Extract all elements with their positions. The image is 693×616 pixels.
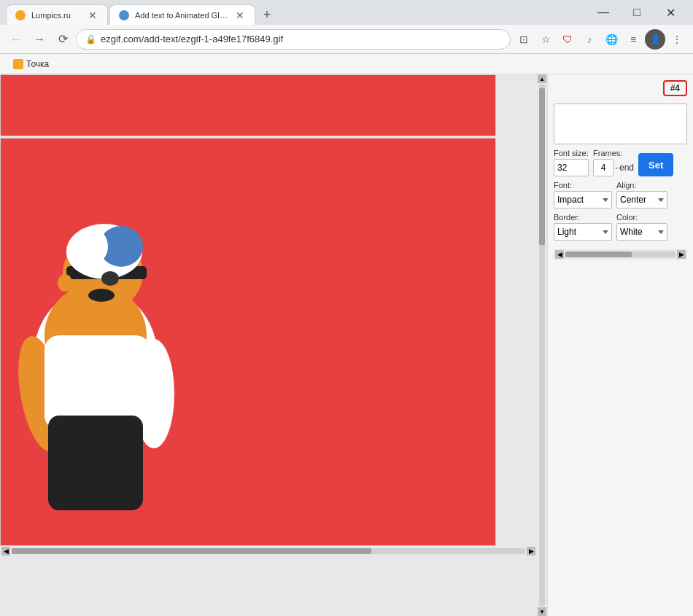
scroll-right-button[interactable]: ▶: [527, 547, 535, 555]
tab1-favicon: [15, 10, 26, 20]
set-button[interactable]: Set: [638, 153, 673, 176]
frame-top: [0, 74, 496, 136]
svg-point-7: [58, 274, 72, 292]
extensions-button[interactable]: ≡: [623, 29, 643, 50]
tab-ezgif[interactable]: Add text to Animated GIFs - gif-... ✕: [109, 4, 255, 25]
right-panel-scrollbar[interactable]: ◀ ▶: [554, 249, 687, 260]
svg-point-9: [101, 271, 119, 286]
bookmark-tochka-label: Точка: [26, 59, 49, 69]
reload-button[interactable]: ⟳: [53, 29, 73, 50]
frames-label: Frames:: [593, 149, 634, 157]
v-scroll-thumb[interactable]: [539, 88, 545, 245]
scroll-left-button[interactable]: ◀: [1, 547, 10, 555]
frames-row: - end: [593, 159, 634, 176]
lock-icon: 🔒: [85, 34, 96, 44]
vertical-scrollbar[interactable]: ▲ ▼: [537, 74, 547, 616]
menu-button[interactable]: ⋮: [667, 29, 687, 50]
border-label: Border:: [554, 213, 612, 222]
navigation-toolbar: ← → ⟳ 🔒 ezgif.com/add-text/ezgif-1-a49fe…: [0, 25, 693, 54]
profile-button[interactable]: 👤: [645, 29, 665, 50]
color-select[interactable]: White Black Red Blue: [616, 223, 667, 241]
scroll-up-button[interactable]: ▲: [538, 74, 546, 83]
font-align-row: Font: Impact Arial Times New Roman Align…: [554, 181, 687, 208]
border-select[interactable]: Light None Dark: [554, 223, 612, 241]
forward-button[interactable]: →: [29, 29, 50, 50]
minimize-button[interactable]: —: [586, 1, 620, 24]
color-group: Color: White Black Red Blue: [616, 213, 667, 241]
extension2-button[interactable]: ♪: [579, 29, 600, 50]
address-bar[interactable]: 🔒 ezgif.com/add-text/ezgif-1-a49fe17f684…: [76, 29, 511, 50]
gif-viewer[interactable]: ◀ ▶: [0, 74, 537, 616]
title-bar: Lumpics.ru ✕ Add text to Animated GIFs -…: [0, 0, 693, 25]
tab-lumpics[interactable]: Lumpics.ru ✕: [6, 4, 108, 25]
border-group: Border: Light None Dark: [554, 213, 612, 241]
bookmark-tochka[interactable]: Точка: [9, 58, 53, 71]
font-size-group: Font size:: [554, 149, 589, 176]
color-label: Color:: [616, 213, 667, 222]
window-controls: — □ ✕: [586, 1, 687, 24]
right-scroll-right[interactable]: ▶: [677, 250, 686, 259]
gif-container: [0, 74, 537, 546]
v-scroll-track[interactable]: [539, 85, 545, 606]
extension3-button[interactable]: 🌐: [601, 29, 622, 50]
frames-end-label: end: [619, 163, 634, 173]
right-scroll-track[interactable]: [565, 252, 675, 257]
bookmark-bar: Точка: [0, 54, 693, 74]
text-input[interactable]: [554, 104, 687, 144]
content-area: ◀ ▶ ▲ ▼ #4: [0, 74, 693, 616]
tabs-container: Lumpics.ru ✕ Add text to Animated GIFs -…: [6, 0, 586, 25]
align-label: Align:: [616, 181, 667, 190]
right-scroll-thumb[interactable]: [565, 252, 632, 257]
font-frames-row: Font size: Frames: - end Set: [554, 149, 687, 176]
back-button[interactable]: ←: [6, 29, 26, 50]
font-label: Font:: [554, 181, 612, 190]
right-panel: #4 Font size: Frames: - end S: [547, 74, 693, 616]
frame-badge: #4: [663, 80, 687, 96]
toolbar-actions: ⊡ ☆ 🛡 ♪ 🌐 ≡ 👤 ⋮: [514, 29, 687, 50]
character-illustration: [1, 139, 205, 518]
svg-point-6: [76, 228, 108, 265]
frames-from-input[interactable]: [593, 159, 613, 176]
frame-badge-container: #4: [554, 80, 687, 96]
frames-group: Frames: - end: [593, 149, 634, 176]
tab2-label: Add text to Animated GIFs - gif-...: [135, 11, 228, 20]
svg-point-8: [88, 289, 115, 302]
tab2-close[interactable]: ✕: [234, 9, 246, 21]
tab2-favicon: [119, 10, 129, 20]
scroll-thumb[interactable]: [12, 548, 371, 554]
frames-dash: -: [615, 163, 618, 173]
maximize-button[interactable]: □: [620, 1, 654, 24]
horizontal-scrollbar[interactable]: ◀ ▶: [0, 546, 537, 556]
font-size-input[interactable]: [554, 159, 589, 176]
browser-window: Lumpics.ru ✕ Add text to Animated GIFs -…: [0, 0, 693, 616]
font-group: Font: Impact Arial Times New Roman: [554, 181, 612, 208]
scroll-down-button[interactable]: ▼: [538, 607, 546, 616]
font-size-label: Font size:: [554, 149, 589, 157]
align-select[interactable]: Center Left Right: [616, 191, 667, 208]
align-group: Align: Center Left Right: [616, 181, 667, 208]
extension1-button[interactable]: 🛡: [557, 29, 578, 50]
svg-rect-14: [50, 430, 90, 510]
tab1-label: Lumpics.ru: [31, 11, 81, 20]
bookmark-button[interactable]: ☆: [535, 29, 556, 50]
bookmark-tochka-favicon: [13, 59, 23, 69]
frame-main: [0, 138, 496, 546]
svg-rect-15: [97, 430, 137, 510]
address-text: ezgif.com/add-text/ezgif-1-a49fe17f6849.…: [101, 34, 501, 44]
new-tab-button[interactable]: +: [257, 4, 277, 25]
cast-button[interactable]: ⊡: [514, 29, 534, 50]
border-color-row: Border: Light None Dark Color: White Bla…: [554, 213, 687, 241]
tab1-close[interactable]: ✕: [87, 9, 98, 21]
close-button[interactable]: ✕: [654, 1, 687, 24]
right-scroll-left[interactable]: ◀: [555, 250, 564, 259]
scroll-track[interactable]: [12, 548, 525, 554]
font-select[interactable]: Impact Arial Times New Roman: [554, 191, 612, 208]
